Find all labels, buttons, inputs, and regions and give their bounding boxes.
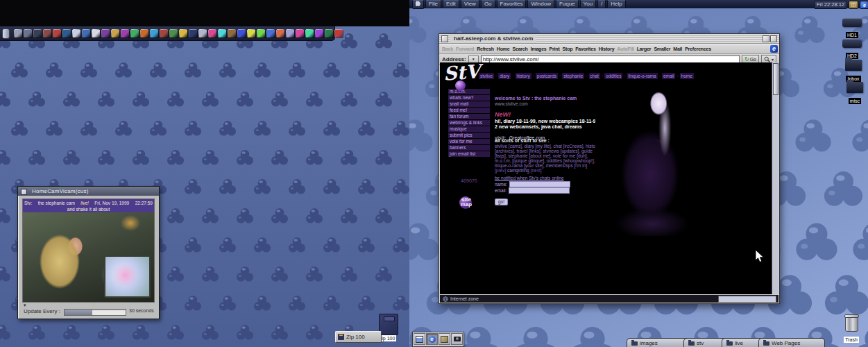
collapse-icon[interactable] [763,35,769,42]
horizontal-scrollbar[interactable] [718,296,776,303]
email-input[interactable] [509,187,570,194]
images-button[interactable]: Images [531,46,547,51]
launcher-app-icon-25[interactable] [247,29,255,37]
menu-link-fanforum[interactable]: fan forum [448,114,490,119]
update-interval-slider[interactable] [64,309,126,316]
desktop-icon-hd1[interactable]: HD1 [837,18,867,40]
stuff-links[interactable]: stvlive [cams], diary [my life], chat [i… [495,144,600,168]
app-switcher-icon[interactable]: ◫ [849,1,858,9]
menu-link-banners[interactable]: banners [448,145,490,151]
launcher-app-icon-34[interactable] [334,29,343,37]
notify-link[interactable]: be notified when Stv's chats online [495,176,600,180]
desktop-icon-misc[interactable]: misc [840,82,868,105]
launcher-app-icon-19[interactable] [189,29,197,37]
menu-slash[interactable]: / [597,0,606,8]
scrollbar-thumb[interactable] [773,63,778,95]
launcher-app-icon-28[interactable] [276,29,284,37]
menu-link-submitpics[interactable]: submit pics [448,133,490,138]
refresh-button[interactable]: Refresh [477,46,494,51]
home-button[interactable]: Home [497,46,510,51]
menu-go[interactable]: Go [481,0,495,8]
notify-go-button[interactable]: go! [495,198,508,205]
launcher-app-icon-17[interactable] [169,29,178,37]
launcher-app-icon-18[interactable] [179,29,187,37]
print-button[interactable]: Print [550,46,560,51]
nav-link-home[interactable]: home [680,73,694,79]
mail-button[interactable]: Mail [673,46,682,51]
history-button[interactable]: History [599,46,615,51]
launcher-app-icon-13[interactable] [130,29,139,37]
launcher-app-icon-4[interactable] [43,29,51,37]
menu-link-snailmail[interactable]: snail mail [448,101,490,107]
menu-view[interactable]: View [461,0,479,8]
launcher-app-icon-16[interactable] [160,29,168,37]
zoom-icon[interactable] [770,35,777,42]
stop-button[interactable]: Stop [563,46,573,51]
launcher-app-icon-29[interactable] [286,29,294,37]
folder-tab-web-pages[interactable]: Web Pages [758,338,825,347]
desktop-icon-trash[interactable]: Trash [836,316,867,344]
launcher-app-icon-26[interactable] [257,29,265,37]
nav-link-postcards[interactable]: postcards [536,73,558,79]
menu-favorites[interactable]: Favorites [497,0,527,8]
menu-window[interactable]: Window [527,0,554,8]
launcher-app-icon-3[interactable] [33,29,42,37]
internet-explorer-icon[interactable]: e [860,1,868,9]
webcam-window-titlebar[interactable]: HomeCamVicam(cus) [18,187,159,196]
folder-tab-images[interactable]: images [627,338,692,347]
launcher-app-icon-7[interactable] [72,29,80,37]
launcher-app-icon-5[interactable] [53,29,61,37]
launcher-app-icon-23[interactable] [228,29,236,37]
prev-link[interactable]: [prev] [495,168,506,173]
nav-link-email[interactable]: email [662,73,676,79]
menu-link-joinemaillist[interactable]: join email list [448,151,490,157]
launcher-app-icon-11[interactable] [111,29,119,37]
nav-link-history[interactable]: history [516,73,531,79]
browser-titlebar[interactable]: half-asleep.com & stvlive.com [439,34,779,44]
palette-finder-button[interactable] [414,333,425,345]
launcher-app-icon-31[interactable] [305,29,314,37]
menu-help[interactable]: Help [607,0,625,8]
launcher-app-icon-15[interactable] [150,29,158,37]
desktop-icon-inbox[interactable]: Inbox [839,60,868,83]
smaller-button[interactable]: Smaller [654,46,670,51]
launcher-app-icon-12[interactable] [121,29,129,37]
launcher-app-icon-8[interactable] [82,29,90,37]
menu-bar-clock[interactable]: Fri 22:28:12 [814,1,847,9]
launcher-app-icon-32[interactable] [315,29,323,37]
site-logo[interactable]: StV [443,62,481,85]
launcher-app-icon-20[interactable] [198,29,207,37]
nav-link-stvlive[interactable]: stvlive [479,73,494,79]
next-link[interactable]: [next] [531,168,542,173]
close-icon[interactable] [441,35,448,42]
larger-button[interactable]: Larger [637,46,652,51]
launcher-app-icon-10[interactable] [101,29,110,37]
nav-link-stephanie[interactable]: stephanie [562,73,584,79]
sitemap-link[interactable]: site map [455,197,477,207]
menu-link-whatsnew[interactable]: whats new? [448,95,490,101]
menu-you[interactable]: You [580,0,597,8]
zip-disk-icon[interactable] [379,314,398,335]
launcher-app-icon-14[interactable] [140,29,148,37]
name-input[interactable] [509,181,570,187]
vertical-scrollbar[interactable] [772,62,778,294]
disclosure-triangle-icon[interactable]: ▾ [24,303,26,308]
search-button[interactable]: Search [512,46,527,51]
desktop-icon-hd2[interactable]: HD2 [837,39,867,60]
menu-link-motm[interactable]: m.o.t.m. [448,89,490,94]
menu-link-webringslinks[interactable]: webrings & links [448,120,490,126]
launcher-handle[interactable] [2,28,10,39]
close-icon[interactable] [21,189,27,195]
nav-link-diary[interactable]: diary [498,73,511,79]
nav-link-chat[interactable]: chat [589,73,600,79]
apple-menu-icon[interactable] [412,0,424,9]
menu-link-feedme[interactable]: feed me! [448,108,490,113]
launcher-app-icon-33[interactable] [325,29,333,37]
menu-fuque[interactable]: Fuque [556,0,579,8]
palette-camera-button[interactable] [451,333,463,345]
menu-file[interactable]: File [425,0,441,8]
zip-taskbar-button[interactable]: Zip 100 [335,331,382,343]
launcher-app-icon-2[interactable] [24,29,32,37]
launcher-app-icon-24[interactable] [237,29,246,37]
launcher-app-icon-21[interactable] [208,29,216,37]
